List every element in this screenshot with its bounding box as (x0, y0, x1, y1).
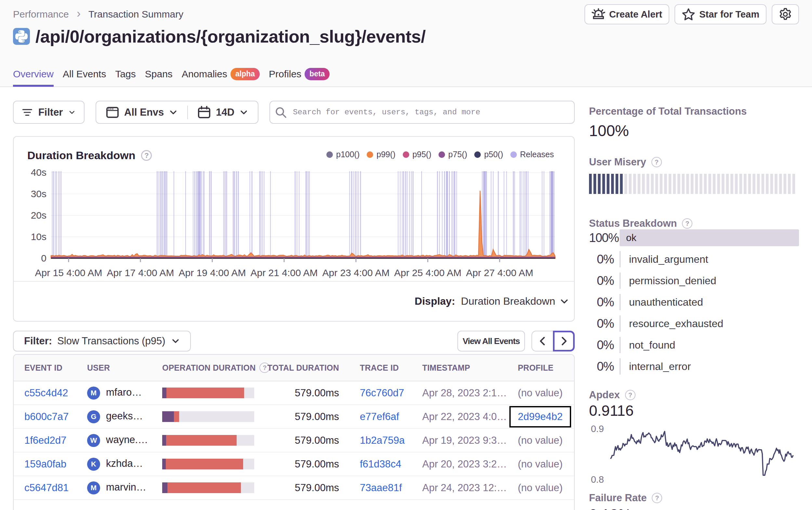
svg-text:30s: 30s (31, 188, 47, 199)
svg-text:Apr 21 4:00 AM: Apr 21 4:00 AM (251, 267, 318, 278)
svg-text:10s: 10s (31, 231, 47, 242)
svg-text:Apr 15 4:00 AM: Apr 15 4:00 AM (35, 267, 103, 278)
svg-text:Apr 17 4:00 AM: Apr 17 4:00 AM (107, 267, 174, 278)
svg-text:Apr 27 4:00 AM: Apr 27 4:00 AM (466, 267, 533, 278)
svg-text:0: 0 (41, 253, 47, 264)
svg-text:Apr 25 4:00 AM: Apr 25 4:00 AM (394, 267, 462, 278)
svg-text:20s: 20s (31, 210, 47, 220)
svg-text:Apr 19 4:00 AM: Apr 19 4:00 AM (179, 267, 246, 278)
svg-text:40s: 40s (31, 167, 47, 178)
svg-text:0.8: 0.8 (591, 474, 604, 485)
svg-text:0.9: 0.9 (591, 424, 604, 434)
svg-text:Apr 23 4:00 AM: Apr 23 4:00 AM (322, 267, 390, 278)
